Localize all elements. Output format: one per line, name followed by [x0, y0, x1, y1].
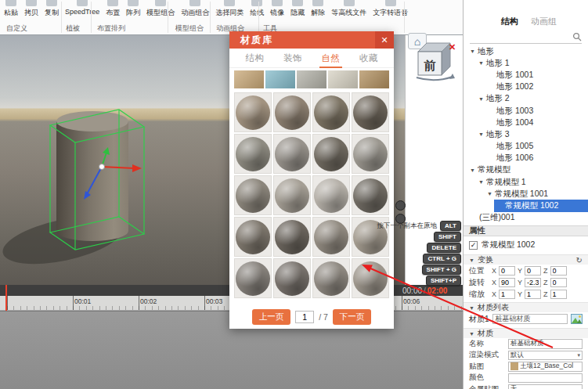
- transform-input[interactable]: [525, 290, 541, 299]
- tree-item[interactable]: ▼常规模型: [464, 164, 588, 176]
- material-tab[interactable]: 结构: [243, 49, 266, 67]
- material-section-header[interactable]: ▼ 材质: [464, 328, 588, 338]
- tree-item[interactable]: 地形 1001: [464, 69, 588, 81]
- tree-item[interactable]: ▼地形 3: [464, 128, 588, 140]
- material-sphere-cell[interactable]: [234, 92, 272, 132]
- caret-down-icon[interactable]: ▼: [487, 191, 492, 196]
- tree-item[interactable]: 地形 1005: [464, 141, 588, 153]
- tree-item[interactable]: ▼地形 1: [464, 57, 588, 69]
- material-sphere-cell[interactable]: [234, 258, 272, 298]
- next-page-button[interactable]: 下一页: [333, 309, 372, 325]
- toolbar-item[interactable]: 粘贴: [4, 0, 18, 17]
- toolbar-item[interactable]: SpeedTree: [65, 0, 99, 16]
- toolbar-item[interactable]: 布置: [106, 0, 120, 17]
- tree-item[interactable]: ▼常规模型 1001: [464, 188, 588, 200]
- material-thumbnail[interactable]: [359, 70, 389, 88]
- tree-item[interactable]: ▼地形: [464, 45, 588, 57]
- material-tab[interactable]: 装饰: [281, 49, 304, 67]
- tree-item[interactable]: 地形 1002: [464, 81, 588, 93]
- search-icon[interactable]: [572, 32, 582, 41]
- material-tab[interactable]: 自然: [319, 49, 342, 67]
- toolbar-item[interactable]: 模型组合: [146, 0, 175, 17]
- material-sphere-cell[interactable]: [312, 258, 350, 298]
- image-icon[interactable]: [571, 314, 583, 324]
- visibility-checkbox[interactable]: ✓: [469, 241, 478, 250]
- playhead[interactable]: [5, 285, 7, 311]
- material-property-value[interactable]: [508, 373, 583, 384]
- caret-down-icon[interactable]: ▼: [478, 179, 484, 185]
- caret-down-icon[interactable]: ▼: [478, 96, 484, 102]
- material-tab[interactable]: 收藏: [357, 49, 380, 67]
- material-sphere-cell[interactable]: [352, 134, 389, 174]
- material-property-value[interactable]: 桩基础材质: [508, 339, 583, 349]
- material-sphere-cell[interactable]: [273, 217, 311, 257]
- caret-down-icon[interactable]: ▼: [470, 167, 475, 173]
- sidebar-tab[interactable]: 动画组: [531, 16, 557, 27]
- toolbar-item[interactable]: 拷贝: [24, 0, 38, 17]
- toolbar-item[interactable]: 阵列: [126, 0, 140, 17]
- tree-item[interactable]: 常规模型 1002: [464, 200, 588, 211]
- material-sphere-cell[interactable]: [234, 134, 272, 174]
- tree-item[interactable]: ▼常规模型 1: [464, 176, 588, 188]
- toolbar-item[interactable]: 动画组合: [181, 0, 209, 17]
- tree-item[interactable]: (三维)001: [464, 212, 588, 224]
- tree-item-label: 地形 1: [486, 58, 510, 69]
- material-sphere-cell[interactable]: [273, 258, 311, 298]
- material-slot-value[interactable]: 桩基础材质: [492, 314, 568, 324]
- material-property-value[interactable]: 土壤12_Base_Col: [508, 362, 583, 372]
- material-sphere-cell[interactable]: [312, 134, 350, 174]
- timeline-tick-label: 00:03: [206, 297, 222, 305]
- reset-transform-icon[interactable]: ↻: [576, 256, 583, 265]
- tree-item[interactable]: 地形 1006: [464, 153, 588, 164]
- toolbar-item[interactable]: 选择同类: [215, 0, 243, 17]
- material-sphere-cell[interactable]: [312, 92, 350, 132]
- caret-down-icon[interactable]: ▼: [478, 60, 484, 66]
- material-sphere-cell[interactable]: [352, 92, 389, 132]
- caret-down-icon[interactable]: ▼: [478, 131, 484, 137]
- material-sphere-cell[interactable]: [273, 92, 311, 132]
- tree-item[interactable]: 地形 1004: [464, 117, 588, 128]
- material-thumbnail[interactable]: [265, 70, 295, 88]
- sidebar-tab[interactable]: 结构: [501, 16, 518, 27]
- caret-down-icon[interactable]: ▼: [470, 49, 475, 54]
- material-sphere-cell[interactable]: [312, 217, 350, 257]
- tree-item[interactable]: ▼地形 2: [464, 93, 588, 105]
- material-library-header[interactable]: 材质库 ✕: [229, 31, 394, 49]
- toolbar-item[interactable]: 文字转语音: [373, 0, 408, 17]
- material-property-value[interactable]: 无: [508, 384, 583, 389]
- prev-page-button[interactable]: 上一页: [252, 309, 291, 325]
- toolbar-item[interactable]: 等高线文件: [331, 0, 366, 17]
- nav-cube-close-icon[interactable]: ✕: [449, 42, 456, 52]
- material-sphere-cell[interactable]: [352, 175, 389, 215]
- material-sphere-cell[interactable]: [273, 175, 311, 215]
- transform-input[interactable]: [499, 266, 515, 276]
- page-number-input[interactable]: [295, 311, 314, 323]
- viewport-toggle-icon[interactable]: [395, 200, 406, 211]
- material-list-section-header[interactable]: ▼ 材质列表: [464, 302, 588, 312]
- toolbar-item[interactable]: 隐藏: [290, 0, 305, 17]
- material-thumbnail[interactable]: [234, 70, 264, 88]
- transform-input[interactable]: [499, 290, 515, 299]
- material-thumbnail[interactable]: [297, 70, 326, 88]
- transform-input[interactable]: [550, 278, 567, 287]
- close-icon[interactable]: ✕: [375, 31, 394, 49]
- toolbar-item[interactable]: 绘线: [250, 0, 264, 17]
- transform-input[interactable]: [550, 290, 567, 299]
- material-sphere-cell[interactable]: [234, 175, 272, 215]
- tree-item-label: (三维)001: [479, 212, 515, 223]
- transform-input[interactable]: [525, 278, 541, 287]
- material-sphere-cell[interactable]: [234, 217, 272, 257]
- transform-section-header[interactable]: ▼ 变换 ↻: [464, 254, 588, 265]
- material-thumbnail[interactable]: [328, 70, 358, 88]
- toolbar-item[interactable]: 解除: [311, 0, 325, 17]
- material-sphere-cell[interactable]: [312, 175, 350, 215]
- transform-input[interactable]: [550, 266, 567, 276]
- transform-input[interactable]: [525, 266, 541, 276]
- tree-item[interactable]: 地形 1003: [464, 105, 588, 117]
- search-input[interactable]: [470, 32, 569, 41]
- material-property-select[interactable]: 默认▾: [508, 351, 583, 361]
- toolbar-item[interactable]: 镜像: [270, 0, 284, 17]
- material-sphere-cell[interactable]: [273, 134, 311, 174]
- transform-input[interactable]: [499, 278, 515, 287]
- toolbar-item[interactable]: 复制: [45, 0, 59, 17]
